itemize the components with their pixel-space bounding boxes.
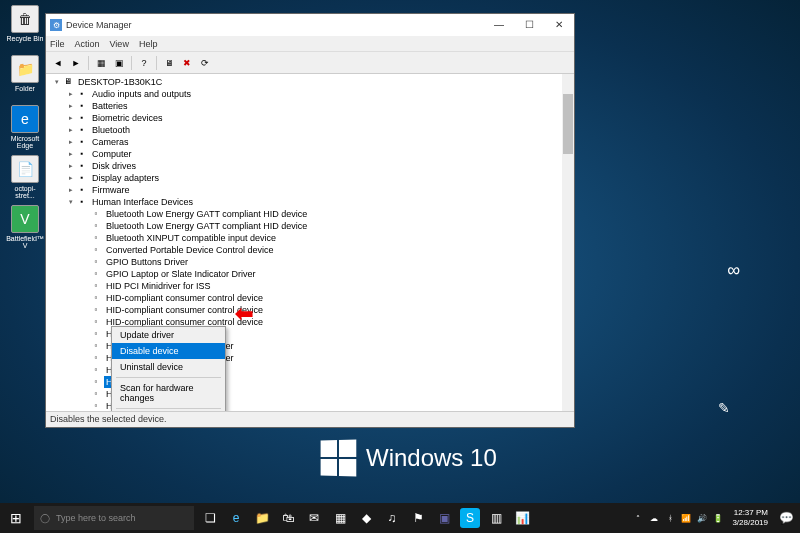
tree-node[interactable]: ▫Bluetooth Low Energy GATT compliant HID… bbox=[52, 208, 572, 220]
device-icon: ▫ bbox=[90, 209, 102, 219]
skype-taskbar-icon[interactable]: S bbox=[460, 508, 480, 528]
start-button[interactable]: ⊞ bbox=[0, 503, 32, 533]
search-box[interactable]: ◯ Type here to search bbox=[34, 506, 194, 530]
tree-node[interactable]: ▸▪Disk drives bbox=[52, 160, 572, 172]
tree-node[interactable]: ▾🖥DESKTOP-1B30K1C bbox=[52, 76, 572, 88]
properties-button[interactable]: ▣ bbox=[111, 55, 127, 71]
tree-node[interactable]: ▸▪Audio inputs and outputs bbox=[52, 88, 572, 100]
device-icon: ▪ bbox=[76, 185, 88, 195]
tree-node[interactable]: ▫GPIO Buttons Driver bbox=[52, 256, 572, 268]
scan-button[interactable]: 🖥 bbox=[161, 55, 177, 71]
menu-action[interactable]: Action bbox=[75, 39, 100, 49]
tree-toggle[interactable]: ▸ bbox=[66, 184, 76, 196]
tree-toggle[interactable]: ▸ bbox=[66, 172, 76, 184]
tree-toggle[interactable]: ▸ bbox=[66, 136, 76, 148]
device-icon: ▫ bbox=[90, 233, 102, 243]
tree-label: Bluetooth XINPUT compatible input device bbox=[104, 232, 278, 244]
app-taskbar-icon[interactable]: ▥ bbox=[484, 504, 508, 532]
tree-toggle[interactable]: ▸ bbox=[66, 88, 76, 100]
tree-node[interactable]: ▸▪Biometric devices bbox=[52, 112, 572, 124]
desktop-icon-battlefield[interactable]: VBattlefield™ V bbox=[5, 205, 45, 249]
app-taskbar-icon[interactable]: 📊 bbox=[510, 504, 534, 532]
tree-toggle[interactable]: ▸ bbox=[66, 160, 76, 172]
tree-node[interactable]: ▸▪Batteries bbox=[52, 100, 572, 112]
tree-node[interactable]: ▫HID-compliant consumer control device bbox=[52, 292, 572, 304]
tree-node[interactable]: ▫GPIO Laptop or Slate Indicator Driver bbox=[52, 268, 572, 280]
titlebar[interactable]: ⚙ Device Manager — ☐ ✕ bbox=[46, 14, 574, 36]
tree-label: Computer bbox=[90, 148, 134, 160]
app-taskbar-icon[interactable]: ◆ bbox=[354, 504, 378, 532]
dynamic-lock-doodle: ∞ bbox=[727, 260, 740, 281]
tree-toggle[interactable]: ▾ bbox=[66, 196, 76, 208]
scrollbar[interactable] bbox=[562, 74, 574, 411]
explorer-taskbar-icon[interactable]: 📁 bbox=[250, 504, 274, 532]
store-taskbar-icon[interactable]: 🛍 bbox=[276, 504, 300, 532]
ctx-disable-device[interactable]: Disable device bbox=[112, 343, 225, 359]
app-icon: ⚙ bbox=[50, 19, 62, 31]
menu-help[interactable]: Help bbox=[139, 39, 158, 49]
tray-overflow-icon[interactable]: ˄ bbox=[630, 514, 646, 523]
menu-view[interactable]: View bbox=[110, 39, 129, 49]
taskbar-clock[interactable]: 12:37 PM 3/28/2019 bbox=[726, 508, 774, 528]
tree-node[interactable]: ▸▪Cameras bbox=[52, 136, 572, 148]
tray-bluetooth-icon[interactable]: ᚼ bbox=[662, 514, 678, 523]
scrollbar-thumb[interactable] bbox=[563, 94, 573, 154]
device-icon: ▫ bbox=[90, 245, 102, 255]
disable-button[interactable]: ✖ bbox=[179, 55, 195, 71]
tree-node[interactable]: ▸▪Computer bbox=[52, 148, 572, 160]
minimize-button[interactable]: — bbox=[484, 14, 514, 36]
desktop-icon-octopi[interactable]: 📄octopi-stret... bbox=[5, 155, 45, 199]
help-button[interactable]: ? bbox=[136, 55, 152, 71]
tree-node[interactable]: ▫Converted Portable Device Control devic… bbox=[52, 244, 572, 256]
statusbar: Disables the selected device. bbox=[46, 411, 574, 427]
maximize-button[interactable]: ☐ bbox=[514, 14, 544, 36]
tree-label: Converted Portable Device Control device bbox=[104, 244, 276, 256]
content-area: ▾🖥DESKTOP-1B30K1C▸▪Audio inputs and outp… bbox=[46, 74, 574, 411]
device-icon: ▫ bbox=[90, 257, 102, 267]
desktop-icon-folder[interactable]: 📁Folder bbox=[5, 55, 45, 99]
tree-node[interactable]: ▸▪Display adapters bbox=[52, 172, 572, 184]
ctx-separator bbox=[116, 408, 221, 409]
tree-node[interactable]: ▫Bluetooth Low Energy GATT compliant HID… bbox=[52, 220, 572, 232]
desktop-icon-edge[interactable]: eMicrosoft Edge bbox=[5, 105, 45, 149]
device-icon: ▫ bbox=[90, 329, 102, 339]
update-button[interactable]: ⟳ bbox=[197, 55, 213, 71]
task-view-button[interactable]: ❏ bbox=[198, 504, 222, 532]
ctx-update-driver[interactable]: Update driver bbox=[112, 327, 225, 343]
ctx-uninstall-device[interactable]: Uninstall device bbox=[112, 359, 225, 375]
tree-toggle[interactable]: ▸ bbox=[66, 124, 76, 136]
tree-node[interactable]: ▾▪Human Interface Devices bbox=[52, 196, 572, 208]
tray-battery-icon[interactable]: 🔋 bbox=[710, 514, 726, 523]
tree-toggle[interactable]: ▸ bbox=[66, 112, 76, 124]
desktop-icon-recycle-bin[interactable]: 🗑Recycle Bin bbox=[5, 5, 45, 49]
tree-node[interactable]: ▫HID-compliant consumer control device bbox=[52, 304, 572, 316]
tree-node[interactable]: ▸▪Firmware bbox=[52, 184, 572, 196]
menu-file[interactable]: File bbox=[50, 39, 65, 49]
teams-taskbar-icon[interactable]: ▣ bbox=[432, 504, 456, 532]
edge-taskbar-icon[interactable]: e bbox=[224, 504, 248, 532]
mail-taskbar-icon[interactable]: ✉ bbox=[302, 504, 326, 532]
tree-toggle[interactable]: ▸ bbox=[66, 148, 76, 160]
clock-date: 3/28/2019 bbox=[732, 518, 768, 528]
tree-node[interactable]: ▫HID PCI Minidriver for ISS bbox=[52, 280, 572, 292]
action-center-button[interactable]: 💬 bbox=[774, 511, 798, 525]
tree-node[interactable]: ▸▪Bluetooth bbox=[52, 124, 572, 136]
tree-toggle[interactable]: ▸ bbox=[66, 100, 76, 112]
tree-toggle[interactable]: ▾ bbox=[52, 76, 62, 88]
show-hidden-button[interactable]: ▦ bbox=[93, 55, 109, 71]
back-button[interactable]: ◄ bbox=[50, 55, 66, 71]
system-tray: ˄ ☁ ᚼ 📶 🔊 🔋 12:37 PM 3/28/2019 💬 bbox=[630, 508, 800, 528]
tray-cloud-icon[interactable]: ☁ bbox=[646, 514, 662, 523]
app-taskbar-icon[interactable]: ♫ bbox=[380, 504, 404, 532]
close-button[interactable]: ✕ bbox=[544, 14, 574, 36]
tray-wifi-icon[interactable]: 📶 bbox=[678, 514, 694, 523]
app-taskbar-icon[interactable]: ⚑ bbox=[406, 504, 430, 532]
search-placeholder: Type here to search bbox=[56, 513, 136, 523]
tray-volume-icon[interactable]: 🔊 bbox=[694, 514, 710, 523]
app-taskbar-icon[interactable]: ▦ bbox=[328, 504, 352, 532]
annotation-arrow: ⬅ bbox=[235, 301, 253, 327]
tree-node[interactable]: ▫Bluetooth XINPUT compatible input devic… bbox=[52, 232, 572, 244]
forward-button[interactable]: ► bbox=[68, 55, 84, 71]
desktop-icon-label: Battlefield™ V bbox=[6, 235, 44, 249]
ctx-scan-hardware[interactable]: Scan for hardware changes bbox=[112, 380, 225, 406]
